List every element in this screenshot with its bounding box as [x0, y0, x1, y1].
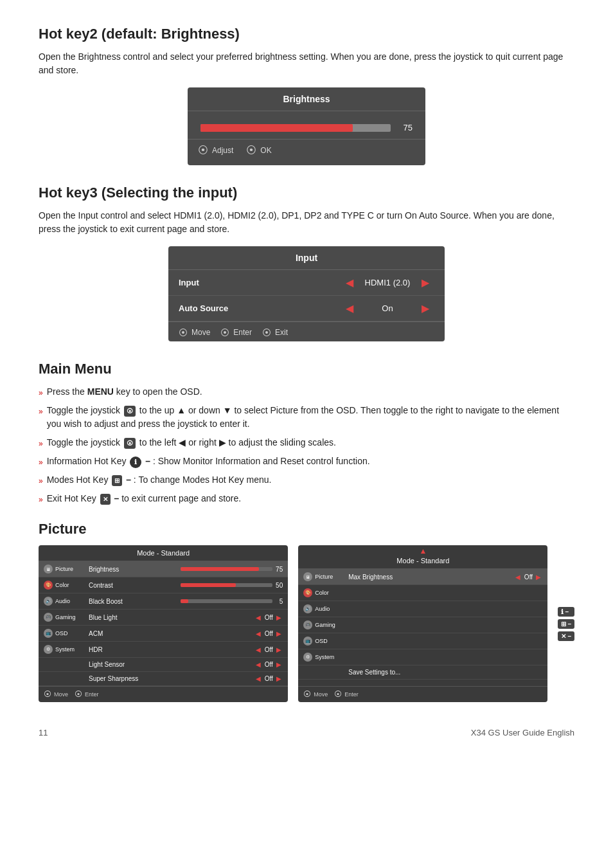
right-sidebar-audio-label: Audio [315, 606, 330, 612]
supersharpness-left-arrow[interactable]: ◀ [254, 675, 262, 682]
bluelight-right-arrow[interactable]: ▶ [275, 614, 283, 621]
osd-hdr-label: HDR [89, 646, 254, 653]
modes-dash: – [567, 620, 571, 628]
exit-label: Exit [275, 328, 288, 337]
lightsensor-left-arrow[interactable]: ◀ [254, 661, 262, 668]
osd-row-acm: 📺 OSD ACM ◀ Off ▶ [39, 626, 288, 642]
list-item: » Toggle the joystick ⦿ to the up ▲ or d… [39, 404, 574, 431]
hdr-right-arrow[interactable]: ▶ [275, 646, 283, 653]
osd-right-move-label: Move [314, 691, 328, 698]
acm-left-arrow[interactable]: ◀ [254, 630, 262, 637]
bullet-text-2: Toggle the joystick ⦿ to the up ▲ or dow… [47, 404, 574, 431]
osd-right-enter: ⦿ Enter [334, 690, 359, 699]
system-icon: ⚙ [44, 645, 53, 654]
osd-maxbrightness-label: Max Brightness [348, 574, 514, 581]
osd-blackboost-number: 5 [272, 598, 283, 605]
hotkey2-title: Hot key2 (default: Brightness) [39, 26, 574, 42]
right-gaming-icon: 🎮 [303, 620, 312, 629]
osd-sidebar-picture: 🖥 Picture [44, 565, 89, 574]
brightness-footer: ⦿ Adjust ⦿ OK [188, 139, 425, 159]
osd-right-row-gaming: 🎮 Gaming [298, 617, 547, 633]
osd-sidebar-gaming: 🎮 Gaming [44, 613, 89, 622]
chevron-icon: » [39, 457, 43, 468]
ok-label: OK [260, 146, 271, 155]
audio-icon: 🔊 [44, 597, 53, 606]
maxbrightness-left-arrow[interactable]: ◀ [514, 574, 522, 581]
osd-supersharpness-value: Off [262, 675, 275, 682]
osd-left-enter: ⦿ Enter [75, 690, 99, 699]
modes-hotkey-button[interactable]: ⊞ – [558, 619, 574, 629]
bluelight-left-arrow[interactable]: ◀ [254, 614, 262, 621]
autosource-left-arrow[interactable]: ◀ [341, 302, 359, 314]
maxbrightness-right-arrow[interactable]: ▶ [535, 574, 542, 581]
input-box: Input Input ◀ HDMI1 (2.0) ▶ Auto Source … [168, 246, 445, 341]
joystick-exit-icon: ⦿ [262, 327, 271, 338]
joystick-enter-footer-icon: ⦿ [75, 690, 82, 699]
osd-right-sidebar-picture: 🖥 Picture [303, 572, 348, 581]
supersharpness-right-arrow[interactable]: ▶ [275, 675, 283, 682]
osd-right-sidebar-osd: 📺 OSD [303, 637, 348, 646]
autosource-right-arrow[interactable]: ▶ [416, 302, 434, 314]
joystick-footer-icon: ⦿ [44, 690, 51, 699]
osd-left-move: ⦿ Move [44, 690, 68, 699]
chevron-icon: » [39, 494, 43, 505]
osd-sidebar-color: 🎨 Color [44, 581, 89, 590]
osd-acm-label: ACM [89, 630, 254, 637]
right-sidebar-picture-label: Picture [315, 574, 333, 580]
osd-brightness-label: Brightness [89, 566, 181, 573]
list-item: » Press the MENU key to open the OSD. [39, 385, 574, 399]
osd-right-sidebar-audio: 🔊 Audio [303, 604, 348, 613]
osd-spacer [298, 680, 547, 686]
osd-bluelight-label: Blue Light [89, 614, 254, 621]
right-audio-icon: 🔊 [303, 604, 312, 613]
exit-hotkey-button[interactable]: ✕ – [558, 631, 574, 641]
joystick-right-move-icon: ⦿ [303, 690, 311, 699]
enter-label: Enter [233, 328, 252, 337]
sidebar-gaming-label: Gaming [55, 614, 76, 620]
blackboost-track [181, 599, 272, 603]
input-row-autosource-label: Auto Source [179, 303, 341, 313]
lightsensor-right-arrow[interactable]: ▶ [275, 661, 283, 668]
list-item: » Modes Hot Key ⊞ – : To change Modes Ho… [39, 473, 574, 487]
right-system-icon: ⚙ [303, 653, 312, 662]
osd-row-lightsensor: Light Sensor ◀ Off ▶ [39, 658, 288, 672]
osd-blackboost-label: Black Boost [89, 598, 181, 605]
osd-right-wrapper: ▲ Mode - Standard 🖥 Picture Max Brightne… [298, 545, 547, 702]
chevron-icon: » [39, 438, 43, 449]
right-color-icon: 🎨 [303, 588, 312, 597]
joystick-adjust-icon: ⦿ [198, 145, 208, 156]
contrast-track [181, 583, 272, 587]
input-row-left-arrow[interactable]: ◀ [341, 276, 359, 289]
bullet-text-4: Information Hot Key ℹ – : Show Monitor I… [47, 455, 370, 468]
input-row-autosource-value: On [359, 303, 416, 313]
acm-right-arrow[interactable]: ▶ [275, 630, 283, 637]
brightness-track [181, 567, 272, 571]
osd-brightness-bar [181, 567, 272, 571]
osd-blackboost-bar [181, 599, 272, 603]
joystick-ok-icon: ⦿ [246, 145, 256, 156]
osd-left-move-label: Move [54, 691, 68, 698]
osd-right-sidebar-gaming: 🎮 Gaming [303, 620, 348, 629]
osd-right-row-system: ⚙ System [298, 649, 547, 665]
main-menu-title: Main Menu [39, 361, 574, 377]
osd-row-supersharpness: Super Sharpness ◀ Off ▶ [39, 672, 288, 686]
list-item: » Exit Hot Key ✕ – to exit current page … [39, 492, 574, 505]
input-row-right-arrow[interactable]: ▶ [416, 276, 434, 289]
hdr-left-arrow[interactable]: ◀ [254, 646, 262, 653]
chevron-icon: » [39, 406, 43, 417]
hotkey3-description: Open the Input control and select HDMI1 … [39, 209, 574, 236]
input-box-footer: ⦿ Move ⦿ Enter ⦿ Exit [168, 321, 445, 341]
exit-dash: – [567, 633, 571, 640]
brightness-fill [181, 567, 259, 571]
brightness-adjust: ⦿ Adjust [198, 145, 233, 156]
guide-title: X34 GS User Guide English [471, 728, 574, 737]
osd-row-contrast: 🎨 Color Contrast 50 [39, 577, 288, 593]
right-picture-icon: 🖥 [303, 572, 312, 581]
osd-supersharpness-label: Super Sharpness [89, 675, 254, 682]
osd-maxbrightness-value: Off [522, 574, 535, 581]
info-hotkey-button[interactable]: ℹ – [558, 607, 574, 617]
bullet-text-3: Toggle the joystick ⦿ to the left ◀ or r… [47, 436, 336, 449]
osd-icon: 📺 [44, 629, 53, 638]
osd-savesettings-label: Save Settings to... [348, 669, 542, 676]
input-move: ⦿ Move [179, 327, 210, 338]
